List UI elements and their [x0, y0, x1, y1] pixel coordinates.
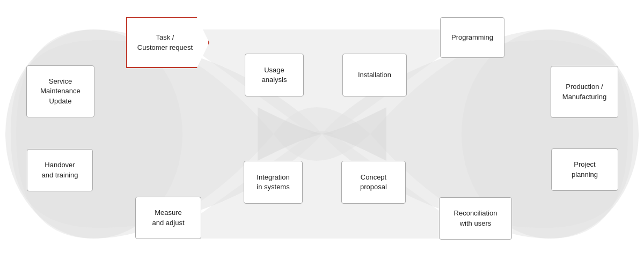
integration-node[interactable]: Integration in systems [244, 161, 303, 204]
background-flow [0, 0, 644, 268]
measure-node[interactable]: Measure and adjust [135, 197, 201, 239]
programming-node[interactable]: Programming [440, 17, 504, 58]
installation-node[interactable]: Installation [342, 54, 407, 96]
service-node[interactable]: Service Maintenance Update [26, 65, 94, 117]
project-node[interactable]: Project planning [551, 148, 618, 191]
usage-node[interactable]: Usage analysis [245, 54, 304, 96]
task-node[interactable]: Task / Customer request [126, 17, 209, 68]
diagram-container: Task / Customer request Service Maintena… [0, 0, 644, 268]
concept-node[interactable]: Concept proposal [341, 161, 406, 204]
reconciliation-node[interactable]: Reconciliation with users [439, 197, 512, 240]
handover-node[interactable]: Handover and training [27, 149, 93, 191]
production-node[interactable]: Production / Manufacturing [551, 66, 618, 118]
